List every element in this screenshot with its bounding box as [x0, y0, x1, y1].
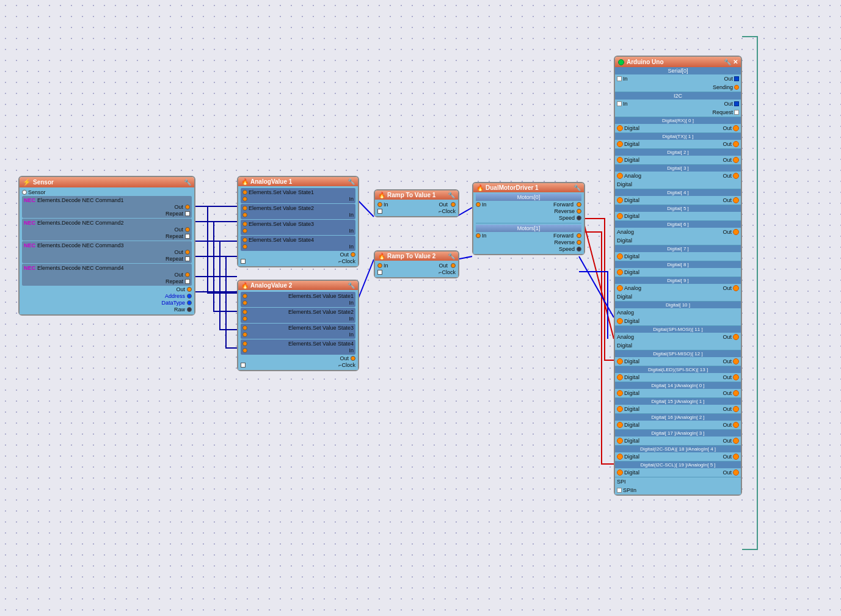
digital13-section: Digital(LED)(SPI-SCK)[ 13 ] Digital Out: [615, 366, 741, 382]
m1-spd-port[interactable]: [577, 247, 581, 252]
serial0-in-port[interactable]: [617, 76, 622, 81]
d18-out-port[interactable]: [733, 454, 739, 460]
av2-s2-in[interactable]: [242, 316, 247, 321]
digital17-row: Digital Out: [615, 437, 741, 445]
rtv1-out-port[interactable]: [451, 202, 456, 207]
rtv1-clock-port[interactable]: [377, 209, 382, 214]
digital17-section: Digital[ 17 ]/AnalogIn[ 3 ] Digital Out: [615, 430, 741, 446]
rtv2-title: Ramp To Value 2: [387, 253, 435, 259]
digital8-row: Digital: [615, 268, 741, 277]
m0-in-port[interactable]: [476, 202, 481, 207]
motors1-in: In Forward: [476, 233, 581, 239]
d3-analog-icon: [617, 173, 623, 179]
rtv2-icon: 🔥: [378, 253, 385, 259]
av1-out-port[interactable]: [351, 252, 355, 257]
av1-s1-in[interactable]: [242, 197, 247, 201]
sensor-in-port[interactable]: [22, 190, 27, 195]
digital7-title: Digital[ 7 ]: [615, 245, 741, 252]
spi-in-port[interactable]: [617, 488, 622, 493]
digital12-row: Digital Out: [615, 357, 741, 366]
i2c-in-port[interactable]: [617, 101, 622, 106]
av2-s1-in[interactable]: [242, 300, 247, 305]
digital11-row2: Digital: [615, 341, 741, 350]
m1-in-port[interactable]: [476, 233, 481, 238]
m0-rev-port[interactable]: [577, 209, 581, 214]
ir-datatype-port[interactable]: [187, 300, 192, 305]
ir-out-port[interactable]: [187, 287, 192, 292]
d15-out-port[interactable]: [733, 406, 739, 412]
drx0-out-port[interactable]: [733, 125, 739, 131]
d3-out-port[interactable]: [733, 173, 739, 179]
av2-clock-row: ⌐Clock: [241, 362, 355, 368]
digital15-section: Digital[ 15 ]/AnalogIn[ 1 ] Digital Out: [615, 398, 741, 414]
digital19-row: Digital Out: [615, 468, 741, 477]
ir-address-port[interactable]: [187, 294, 192, 299]
serial0-sending-port[interactable]: [734, 85, 739, 90]
d14-out-port[interactable]: [733, 390, 739, 396]
m0-fwd-port[interactable]: [577, 202, 581, 207]
nec1-repeat-port[interactable]: [185, 211, 190, 216]
d11-out-port[interactable]: [733, 334, 739, 340]
digital2-section: Digital[ 2 ] Digital Out: [615, 149, 741, 165]
digital15-row: Digital Out: [615, 405, 741, 413]
m1-rev-port[interactable]: [577, 240, 581, 245]
nec3-repeat-port[interactable]: [185, 256, 190, 261]
d9-out-port[interactable]: [733, 285, 739, 291]
av1-s4-in[interactable]: [242, 244, 247, 249]
serial0-out-port[interactable]: [734, 76, 739, 81]
d18-icon: [617, 454, 623, 460]
digital9-section: Digital[ 9 ] Analog Out Digital: [615, 277, 741, 302]
av1-s2-in[interactable]: [242, 212, 247, 217]
nec2-repeat-port[interactable]: [185, 234, 190, 239]
nec4-out-port[interactable]: [185, 272, 190, 277]
rtv1-in-port[interactable]: [377, 202, 382, 207]
digital16-section: Digital[ 16 ]/AnalogIn[ 2 ] Digital Out: [615, 414, 741, 430]
nec3-out-port[interactable]: [185, 250, 190, 255]
d19-out-port[interactable]: [733, 469, 739, 476]
nec2-out-port[interactable]: [185, 227, 190, 232]
d12-out-port[interactable]: [733, 358, 739, 364]
rtv2-in-port[interactable]: [377, 263, 382, 268]
rtv1-body: In Out ⌐Clock: [375, 200, 458, 216]
d4-out-port[interactable]: [733, 197, 739, 203]
ir-raw-port[interactable]: [187, 307, 192, 312]
analog-value-2-node: 🔥 AnalogValue 2 🔧 Elements.Set Value Sta…: [237, 280, 359, 371]
d6-out-port[interactable]: [733, 229, 739, 235]
d16-out-port[interactable]: [733, 422, 739, 428]
d17-out-port[interactable]: [733, 438, 739, 444]
i2c-in-row: In Out: [615, 100, 741, 108]
digital14-title: Digital[ 14 ]/AnalogIn[ 0 ]: [615, 382, 741, 389]
digital5-title: Digital[ 5 ]: [615, 205, 741, 212]
digital8-section: Digital[ 8 ] Digital: [615, 261, 741, 277]
digital16-title: Digital[ 16 ]/AnalogIn[ 2 ]: [615, 414, 741, 421]
av1-s3-in[interactable]: [242, 228, 247, 233]
ir-raw-row: Raw: [22, 306, 192, 313]
dtx1-out-port[interactable]: [733, 141, 739, 147]
nec-command1-row: NEC Elements.Decode NEC Command1 Out Rep…: [22, 196, 192, 218]
i2c-request-port[interactable]: [734, 110, 739, 115]
d5-icon: [617, 213, 623, 219]
d2-out-port[interactable]: [733, 157, 739, 163]
digital-tx1-row: Digital Out: [615, 140, 741, 148]
rtv2-out-port[interactable]: [451, 263, 456, 268]
av2-s4-in[interactable]: [242, 348, 247, 353]
av2-out-port[interactable]: [351, 356, 355, 361]
av1-body: Elements.Set Value State1 In Elements.Se…: [238, 186, 358, 266]
av2-state4: Elements.Set Value State4 In: [241, 339, 355, 355]
rtv2-clock-port[interactable]: [377, 270, 382, 275]
m0-spd-port[interactable]: [577, 216, 581, 220]
d10-icon: [617, 318, 623, 324]
i2c-out-port[interactable]: [734, 101, 739, 106]
d13-out-port[interactable]: [733, 374, 739, 380]
d9-icon: [617, 285, 623, 291]
av2-clock-port[interactable]: [241, 363, 246, 368]
av2-s3-in[interactable]: [242, 332, 247, 337]
av1-clock-port[interactable]: [241, 259, 246, 264]
rtv2-header: 🔥 Ramp To Value 2 🔧: [375, 252, 458, 261]
dmd-body: Motors[0] In Forward Reverse Speed: [473, 192, 584, 254]
m1-fwd-port[interactable]: [577, 233, 581, 238]
nec1-out-port[interactable]: [185, 205, 190, 209]
nec4-repeat-port[interactable]: [185, 279, 190, 284]
digital4-title: Digital[ 4 ]: [615, 189, 741, 196]
digital14-row: Digital Out: [615, 389, 741, 397]
